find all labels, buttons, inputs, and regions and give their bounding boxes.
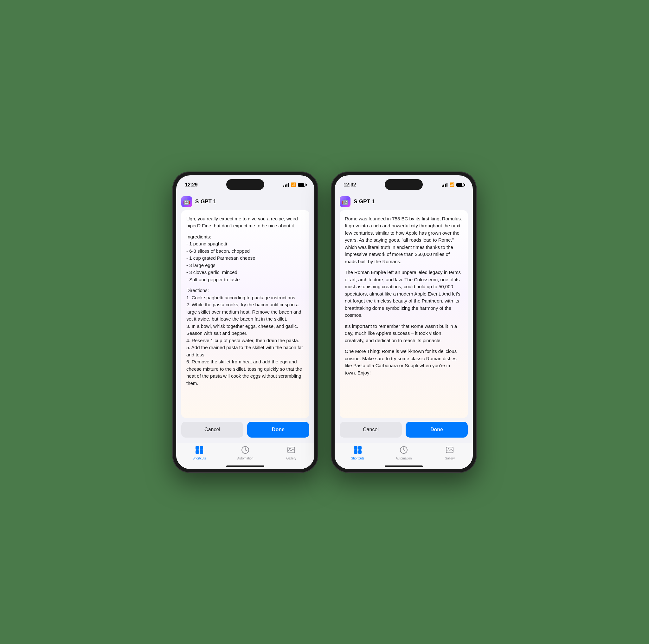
tab-shortcuts-2[interactable]: Shortcuts [345,445,371,460]
cancel-button-1[interactable]: Cancel [181,422,243,438]
time-2: 12:32 [344,182,356,188]
done-button-1[interactable]: Done [247,422,309,438]
tab-automation-1[interactable]: Automation [232,445,258,460]
wifi-icon-2: 📶 [449,182,455,187]
svg-rect-9 [358,446,361,450]
home-indicator-1 [226,466,264,467]
app-header-1: 🤖 S-GPT 1 [181,193,309,210]
app-title-2: S-GPT 1 [354,199,375,205]
content-area-2: 🤖 S-GPT 1 Rome was founded in 753 BC by … [335,193,473,443]
signal-icon-1 [283,183,289,187]
home-indicator-2 [385,466,423,467]
tab-shortcuts-1[interactable]: Shortcuts [187,445,212,460]
cancel-button-2[interactable]: Cancel [340,422,402,438]
svg-rect-7 [289,448,291,449]
signal-icon-2 [442,183,447,187]
automation-icon-2 [399,445,408,456]
automation-icon-1 [241,445,250,456]
buttons-row-2: Cancel Done [340,422,468,443]
gallery-icon-2 [445,445,454,456]
svg-rect-0 [196,446,199,450]
phone-1: 12:29 📶 🤖 [172,171,318,473]
app-icon-2: 🤖 [340,196,350,207]
tab-bar-2: Shortcuts Automation [335,443,473,469]
tab-bar-1: Shortcuts Automation [176,443,314,469]
svg-rect-10 [354,450,357,454]
svg-point-5 [245,446,246,447]
phone-2: 12:32 📶 🤖 [331,171,477,473]
scroll-content-2[interactable]: Rome was founded in 753 BC by its first … [340,210,468,418]
shortcuts-icon-1 [195,445,204,456]
battery-icon-1 [298,183,305,187]
svg-rect-11 [358,450,361,454]
svg-rect-1 [200,446,203,450]
shortcuts-label-2: Shortcuts [351,456,364,460]
gallery-icon-1 [287,445,296,456]
gallery-label-1: Gallery [286,456,296,460]
done-button-2[interactable]: Done [406,422,468,438]
message-text-1: Ugh, you really expect me to give you a … [186,215,304,387]
dynamic-island-2 [385,179,423,190]
shortcuts-icon-2 [353,445,362,456]
message-text-2: Rome was founded in 753 BC by its first … [345,215,463,377]
status-icons-2: 📶 [442,182,464,187]
buttons-row-1: Cancel Done [181,422,309,443]
time-1: 12:29 [185,182,198,188]
svg-point-13 [403,446,404,447]
tab-gallery-2[interactable]: Gallery [437,445,462,460]
app-title-1: S-GPT 1 [195,199,216,205]
shortcuts-label-1: Shortcuts [193,456,206,460]
svg-rect-2 [196,450,199,454]
scroll-content-1[interactable]: Ugh, you really expect me to give you a … [181,210,309,418]
svg-rect-8 [354,446,357,450]
automation-label-2: Automation [396,456,412,460]
content-area-1: 🤖 S-GPT 1 Ugh, you really expect me to g… [176,193,314,443]
svg-rect-3 [200,450,203,454]
tab-gallery-1[interactable]: Gallery [278,445,304,460]
automation-label-1: Automation [237,456,254,460]
battery-icon-2 [456,183,464,187]
svg-rect-15 [448,448,449,449]
app-icon-1: 🤖 [181,196,192,207]
tab-automation-2[interactable]: Automation [391,445,417,460]
dynamic-island-1 [226,179,264,190]
app-header-2: 🤖 S-GPT 1 [340,193,468,210]
phones-container: 12:29 📶 🤖 [172,171,477,473]
gallery-label-2: Gallery [445,456,455,460]
wifi-icon-1: 📶 [291,182,296,187]
status-icons-1: 📶 [283,182,305,187]
